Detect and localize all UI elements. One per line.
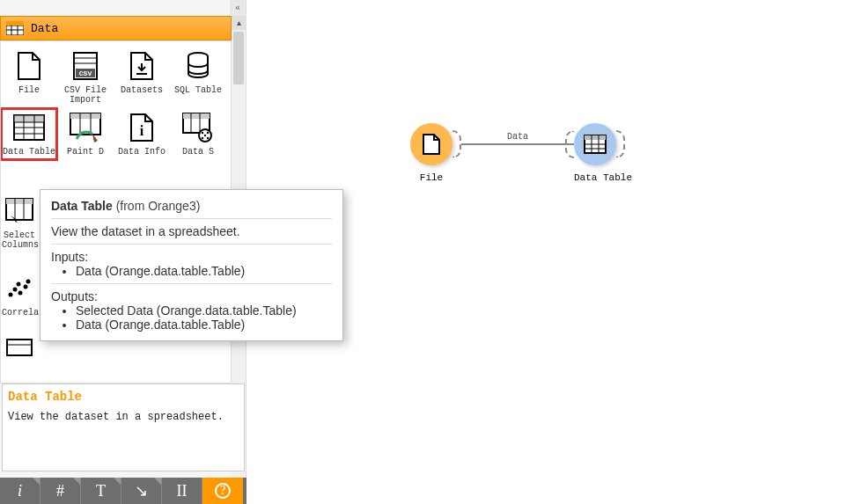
category-header-data[interactable]: Data: [0, 16, 232, 40]
widget-grid-partial: Select Columns Correla: [0, 192, 39, 370]
canvas-link[interactable]: [461, 143, 574, 145]
node-output-port[interactable]: [616, 130, 625, 158]
collapse-sidebar-button[interactable]: «: [230, 0, 246, 16]
text-tool-button[interactable]: T: [81, 478, 121, 504]
canvas-link-label: Data: [507, 132, 528, 142]
node-output-port[interactable]: [452, 130, 461, 158]
select-columns-icon: [4, 195, 35, 227]
svg-rect-19: [70, 113, 100, 119]
svg-rect-24: [183, 113, 210, 119]
help-button[interactable]: ?: [202, 478, 243, 504]
scatter-icon: [4, 273, 35, 304]
bottom-toolbar: i # T ↘ II ?: [0, 478, 246, 504]
widget-label: Paint D: [59, 147, 112, 157]
database-icon: [182, 50, 214, 82]
svg-rect-43: [7, 340, 32, 355]
svg-point-39: [18, 291, 23, 296]
svg-point-40: [17, 282, 21, 287]
svg-rect-5: [6, 21, 24, 26]
widget-data-table[interactable]: Data Table: [1, 108, 57, 160]
info-panel-desc: View the dataset in a spreadsheet.: [8, 411, 239, 423]
node-input-port[interactable]: [565, 130, 574, 158]
svg-text:i: i: [140, 123, 144, 138]
info-tool-button[interactable]: i: [0, 478, 40, 504]
svg-point-31: [207, 137, 209, 139]
canvas-node-data-table[interactable]: Data Table: [574, 123, 632, 183]
partial-icon: [4, 332, 35, 363]
widget-label: CSV File Import: [59, 85, 112, 105]
canvas-node-file[interactable]: File: [410, 123, 452, 183]
widget-select-columns[interactable]: Select Columns: [0, 192, 39, 253]
scroll-thumb[interactable]: [233, 32, 244, 84]
dice-table-icon: [182, 112, 214, 143]
svg-rect-46: [585, 135, 606, 140]
tooltip-summary: View the dataset in a spreadsheet.: [51, 224, 332, 238]
svg-point-32: [204, 135, 206, 136]
grid-tool-button[interactable]: #: [40, 478, 81, 504]
svg-point-37: [9, 293, 13, 297]
svg-rect-34: [6, 199, 33, 204]
widget-csv-import[interactable]: CSV CSV File Import: [57, 47, 114, 108]
info-panel: Data Table View the dataset in a spreads…: [2, 383, 245, 471]
svg-text:CSV: CSV: [79, 69, 92, 77]
widget-label: Data Table: [3, 147, 55, 157]
data-category-icon: [6, 21, 24, 35]
tooltip-output-item: Data (Orange.data.table.Table): [76, 318, 332, 332]
info-file-icon: i: [126, 112, 158, 143]
tooltip-inputs-label: Inputs:: [51, 250, 332, 264]
widget-tooltip: Data Table (from Orange3) View the datas…: [40, 189, 343, 341]
widget-data-sampler[interactable]: Data S: [170, 108, 226, 160]
table-icon: [584, 135, 607, 154]
widget-paint-data[interactable]: Paint D: [57, 108, 114, 160]
widget-label: File: [3, 85, 55, 95]
arrow-tool-button[interactable]: ↘: [121, 478, 162, 504]
widget-file[interactable]: File: [1, 47, 57, 108]
download-icon: [126, 50, 158, 82]
widget-correlations[interactable]: Correla: [0, 269, 39, 321]
widget-datasets[interactable]: Datasets: [114, 47, 170, 108]
widget-label: Data Info: [115, 147, 168, 157]
tooltip-output-item: Selected Data (Orange.data.table.Table): [76, 303, 332, 318]
csv-icon: CSV: [70, 50, 101, 82]
widget-partial[interactable]: [0, 328, 39, 370]
file-icon: [422, 133, 441, 156]
pause-tool-button[interactable]: II: [162, 478, 202, 504]
svg-point-30: [202, 137, 203, 139]
tooltip-source: (from Orange3): [113, 199, 201, 213]
widget-label: Data S: [172, 147, 224, 157]
node-label: File: [410, 172, 452, 183]
widget-label: Select Columns: [2, 230, 37, 250]
widget-sql-table[interactable]: SQL Table: [170, 47, 226, 108]
svg-rect-13: [14, 115, 44, 122]
svg-point-41: [24, 285, 28, 289]
widget-data-info[interactable]: i Data Info: [114, 108, 170, 160]
svg-point-38: [13, 288, 18, 292]
file-icon: [13, 50, 45, 82]
node-label: Data Table: [574, 172, 632, 183]
widget-label: SQL Table: [172, 85, 224, 95]
category-label: Data: [31, 22, 58, 35]
info-panel-title: Data Table: [8, 390, 239, 404]
svg-point-29: [207, 132, 209, 134]
table-icon: [13, 112, 45, 143]
tooltip-input-item: Data (Orange.data.table.Table): [76, 264, 332, 278]
svg-point-28: [202, 132, 203, 134]
tooltip-outputs-label: Outputs:: [51, 289, 332, 303]
widget-label: Datasets: [115, 85, 168, 95]
paint-icon: [70, 112, 101, 143]
tooltip-title: Data Table: [51, 199, 113, 213]
widget-label: Correla: [2, 308, 37, 318]
svg-point-42: [26, 280, 31, 284]
scroll-up-button[interactable]: ▴: [232, 16, 246, 30]
